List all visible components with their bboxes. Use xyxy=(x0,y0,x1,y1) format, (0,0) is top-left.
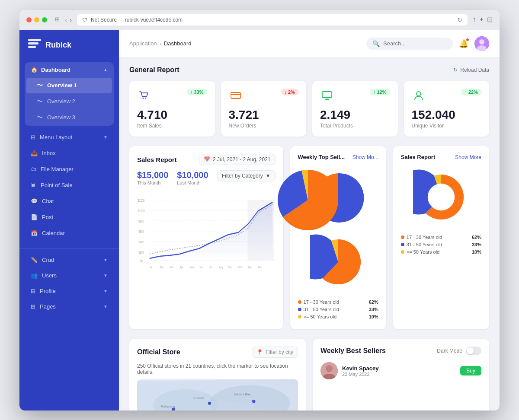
toggle-switch[interactable] xyxy=(466,347,481,355)
legend2-item-2: 31 - 50 Years old 33% xyxy=(401,242,481,247)
item-sales-badge-val: 33% xyxy=(194,89,203,95)
stat-cards: ↑33% 4.710 Item Sales xyxy=(129,81,489,137)
legend-label-3: >= 50 Years old xyxy=(304,314,336,319)
sidebar-item-overview1[interactable]: 〜 Overview 1 xyxy=(26,78,112,93)
forward-icon[interactable]: › xyxy=(70,16,72,23)
svg-point-1 xyxy=(479,39,484,45)
overview3-icon: 〜 xyxy=(37,114,43,121)
share-icon[interactable]: ↑ xyxy=(473,16,476,24)
sidebar-dashboard-header[interactable]: 🏠 Dashboard ▲ xyxy=(25,62,114,77)
notification-button[interactable]: 🔔 xyxy=(459,39,468,48)
sidebar-label-profile: Profile xyxy=(40,288,56,294)
sidebar-toggle-icon[interactable]: ⊞ xyxy=(55,16,60,23)
monitor-icon xyxy=(320,89,334,102)
dot-yellow[interactable] xyxy=(34,17,39,22)
svg-text:May: May xyxy=(189,265,194,269)
stat-card-new-orders: ↓2% 3.721 New Orders xyxy=(221,81,307,137)
sidebar-label-chat: Chat xyxy=(42,198,54,204)
unique-visitor-badge: ↑22% xyxy=(461,89,481,95)
general-report-header: General Report ↻ Reload Data xyxy=(129,66,489,74)
search-bar[interactable]: 🔍 xyxy=(366,38,453,50)
stat-card-unique-visitor: ↑22% 152.040 Unique Visitor xyxy=(404,81,490,137)
reload-icon: ↻ xyxy=(453,67,458,73)
seller-buy-button[interactable]: Buy xyxy=(460,366,481,375)
store-title: Official Store xyxy=(137,348,180,356)
reload-button[interactable]: ↻ Reload Data xyxy=(453,67,489,73)
cart-icon xyxy=(137,89,151,102)
new-orders-badge-val: 2% xyxy=(288,89,295,95)
refresh-icon[interactable]: ↻ xyxy=(457,16,462,23)
city-filter[interactable]: 📍 Filter by city xyxy=(252,347,298,358)
pie2-wrapper xyxy=(401,169,481,225)
donut-chart-svg xyxy=(413,169,469,225)
svg-text:$1200: $1200 xyxy=(138,198,144,203)
filter-dropdown[interactable]: Filter by Category ▼ xyxy=(217,170,276,181)
legend-dot-blue xyxy=(298,308,301,311)
svg-point-48 xyxy=(208,402,211,405)
sidebar-label-crud: Crud xyxy=(42,257,54,263)
chart-title: Sales Report xyxy=(137,156,177,163)
weekly-top-sellers-show-more[interactable]: Show Mo... xyxy=(352,154,378,160)
svg-text:$0: $0 xyxy=(140,259,142,264)
svg-text:$1000: $1000 xyxy=(138,209,144,213)
sidebar-item-inbox[interactable]: 📥 Inbox xyxy=(25,146,114,161)
sidebar-item-file-manager[interactable]: 🗂 File Manager xyxy=(25,162,114,177)
sidebar-label-calendar: Calendar xyxy=(42,230,65,236)
legend-label-1: 17 - 30 Years old xyxy=(304,299,340,305)
seller-name: Kevin Spacey xyxy=(342,365,456,372)
window-icon[interactable]: ⊡ xyxy=(487,16,493,24)
sales-report-show-more[interactable]: Show More xyxy=(455,154,481,160)
sidebar-item-post[interactable]: 📄 Post xyxy=(25,210,114,225)
last-month-label: Last Month xyxy=(177,180,208,185)
svg-text:$400: $400 xyxy=(138,240,144,245)
breadcrumb: Application › Dashboard xyxy=(129,40,192,47)
sidebar-item-chat[interactable]: 💬 Chat xyxy=(25,194,114,209)
filter-label: Filter by Category xyxy=(222,173,263,179)
overview2-icon: 〜 xyxy=(37,98,43,105)
legend-item-3: >= 50 Years old 10% xyxy=(298,314,378,319)
city-filter-label: Filter by city xyxy=(266,349,293,355)
breadcrumb-current: Dashboard xyxy=(164,40,192,47)
sidebar-item-pages[interactable]: ⊞ Pages ▼ xyxy=(25,299,114,314)
svg-point-49 xyxy=(252,400,255,403)
sidebar-item-menu-layout[interactable]: ⊞ Menu Layout ▼ xyxy=(25,130,114,145)
weekly-top-sellers-title: Weekly Top Sell... xyxy=(298,154,345,160)
dot-green[interactable] xyxy=(42,17,47,22)
logo-layer-1 xyxy=(28,39,41,41)
legend2-dot-yellow xyxy=(401,250,404,254)
sidebar-item-calendar[interactable]: 📅 Calendar xyxy=(25,226,114,241)
sidebar-item-crud[interactable]: ✏️ Crud ▼ xyxy=(25,252,114,267)
menu-layout-left: ⊞ Menu Layout xyxy=(31,134,72,140)
dashboard-label: Dashboard xyxy=(41,67,70,73)
sidebar-item-profile[interactable]: ⊞ Profile ▼ xyxy=(25,283,114,299)
sidebar-item-overview2[interactable]: 〜 Overview 2 xyxy=(26,94,112,109)
sidebar-item-overview3[interactable]: 〜 Overview 3 xyxy=(26,110,112,125)
search-input[interactable] xyxy=(383,40,447,47)
pie2-legend: 17 - 30 Years old 62% 31 - 50 Years old … xyxy=(401,235,481,257)
url-text: Not Secure — rubick-vue.left4code.com xyxy=(91,17,183,23)
logo-icon xyxy=(28,39,41,52)
new-orders-value: 3.721 xyxy=(229,108,299,122)
sidebar-item-users[interactable]: 👥 Users ▼ xyxy=(25,268,114,283)
date-picker[interactable]: 📅 2 Jul, 2021 - 2 Aug, 2021 xyxy=(199,154,275,165)
sales-report-chart: Sales Report 📅 2 Jul, 2021 - 2 Aug, 2021… xyxy=(129,146,283,329)
new-tab-icon[interactable]: + xyxy=(480,16,484,24)
chart-header: Sales Report 📅 2 Jul, 2021 - 2 Aug, 2021 xyxy=(137,154,276,165)
unique-visitor-badge-val: 22% xyxy=(468,89,478,95)
sidebar-item-point-of-sale[interactable]: 🖩 Point of Sale xyxy=(25,178,114,193)
seller-info: Kevin Spacey 22 May 2022 xyxy=(342,365,456,377)
svg-point-39 xyxy=(428,184,455,210)
sellers-header: Weekly Best Sellers Dark Mode xyxy=(320,347,481,355)
browser-nav: ⊞ ‹ › xyxy=(55,16,72,23)
svg-rect-7 xyxy=(322,92,332,98)
map-svg: Ketapang Kramat Jakarta Bay xyxy=(137,379,298,410)
legend2-pct-1: 62% xyxy=(472,235,481,240)
breadcrumb-sep: › xyxy=(160,40,161,47)
address-bar: 🛡 Not Secure — rubick-vue.left4code.com … xyxy=(77,14,468,25)
this-month-label: This Month xyxy=(137,180,168,185)
reload-label: Reload Data xyxy=(460,67,489,73)
dot-red[interactable] xyxy=(26,17,32,22)
back-icon[interactable]: ‹ xyxy=(65,16,67,23)
stat-card-total-products: ↑12% 2.149 Total Products xyxy=(312,81,398,137)
avatar[interactable] xyxy=(474,36,489,51)
